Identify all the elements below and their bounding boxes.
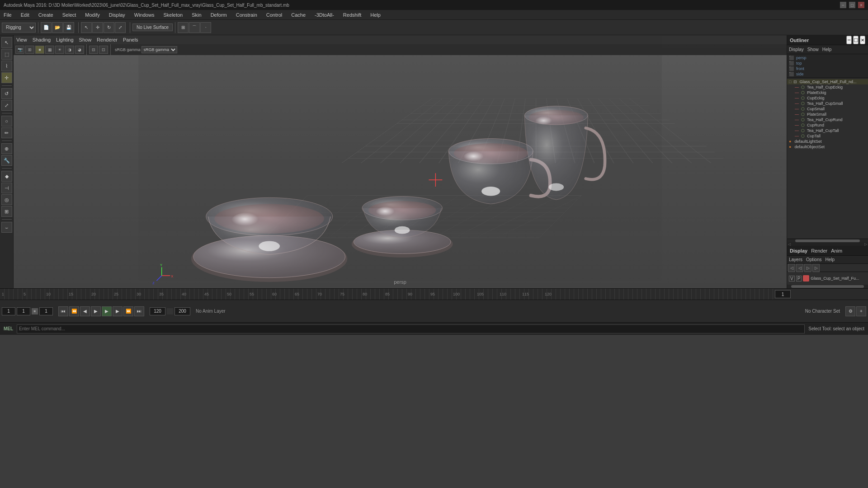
outliner-item-tea-half-cup-eckig[interactable]: — ⬡ Tea_Half_CupEckig bbox=[787, 84, 868, 90]
soft-mod-button[interactable]: ○ bbox=[1, 116, 12, 127]
go-start-button[interactable]: ⏮ bbox=[58, 306, 68, 316]
menu-display[interactable]: Display bbox=[107, 11, 127, 19]
menu-modify[interactable]: Modify bbox=[83, 11, 101, 19]
select-tool-button[interactable]: ↖ bbox=[81, 22, 92, 33]
mode-dropdown[interactable]: Rigging Animation Modeling bbox=[2, 23, 36, 33]
layer-next-button[interactable]: ▷ bbox=[804, 264, 811, 272]
paint-select-button[interactable]: ⬚ bbox=[1, 49, 12, 60]
layers-tab-display[interactable]: Display bbox=[790, 248, 807, 253]
cv-curve-button[interactable]: ⌣ bbox=[1, 222, 12, 233]
outliner-window-controls[interactable]: − □ × bbox=[846, 36, 865, 44]
outliner-item-tea-half-cup-small[interactable]: — ⬡ Tea_Half_CupSmall bbox=[787, 101, 868, 106]
outliner-scrollbar[interactable] bbox=[787, 239, 868, 242]
layer-next2-button[interactable]: ▷ bbox=[812, 264, 820, 272]
joint-button[interactable]: ◆ bbox=[1, 171, 12, 182]
layers-menu-layers[interactable]: Layers bbox=[789, 257, 802, 262]
outliner-item-glass-cup-set[interactable]: □ ⊟ Glass_Cup_Set_Half_Full_nd... bbox=[787, 79, 868, 84]
go-end-button[interactable]: ⏭ bbox=[134, 306, 144, 316]
range-end-input[interactable] bbox=[150, 307, 165, 315]
vp-camera-button[interactable]: 📷 bbox=[15, 46, 24, 54]
menu-help[interactable]: Help bbox=[368, 11, 382, 19]
step-back-button[interactable]: ⏪ bbox=[69, 306, 79, 316]
maximize-button[interactable]: □ bbox=[849, 2, 855, 8]
play-back-button[interactable]: ▶ bbox=[91, 306, 101, 316]
play-forward-button[interactable]: ▶ bbox=[102, 306, 112, 316]
move-button[interactable]: ✛ bbox=[1, 72, 12, 83]
close-button[interactable]: × bbox=[858, 2, 864, 8]
layers-menu-help[interactable]: Help bbox=[825, 257, 835, 262]
menu-edit[interactable]: Edit bbox=[19, 11, 31, 19]
select-mode-button[interactable]: ↖ bbox=[1, 37, 12, 48]
layer-prev2-button[interactable]: ◁ bbox=[796, 264, 803, 272]
outliner-item-tea-half-cup-tall[interactable]: — ⬡ Tea_Half_CupTall bbox=[787, 128, 868, 133]
new-scene-button[interactable]: 📄 bbox=[41, 22, 52, 33]
menu-cache[interactable]: Cache bbox=[289, 11, 307, 19]
menu-constrain[interactable]: Constrain bbox=[234, 11, 259, 19]
rotate-tool-button[interactable]: ↻ bbox=[104, 22, 114, 33]
current-frame-input[interactable] bbox=[775, 290, 791, 298]
total-frames-input[interactable] bbox=[175, 307, 190, 315]
vp-wireframe-button[interactable]: ⊞ bbox=[25, 46, 34, 54]
viewport-menu-panels[interactable]: Panels bbox=[123, 37, 138, 42]
menu-select[interactable]: Select bbox=[61, 11, 78, 19]
outliner-close-button[interactable]: × bbox=[860, 36, 865, 44]
viewport-menu-shading[interactable]: Shading bbox=[33, 37, 51, 42]
rig-button[interactable]: 🔧 bbox=[1, 155, 12, 166]
outliner-item-tea-half-cup-rund[interactable]: — ⬡ Tea_Half_CupRund bbox=[787, 117, 868, 122]
timeline-track[interactable]: 1 5 10 15 20 25 30 35 40 45 50 55 60 65 … bbox=[0, 289, 773, 300]
vp-gamma-dropdown[interactable]: sRGB gamma bbox=[142, 46, 177, 53]
viewport-panel[interactable]: X Y Z View Shading Lighting Show Rendere… bbox=[14, 35, 787, 288]
char-set-add-button[interactable]: + bbox=[856, 306, 866, 316]
outliner-item-side[interactable]: ⬛ side bbox=[787, 71, 868, 77]
layer-item[interactable]: V P Glass_Cup_Set_Half_Fu... bbox=[787, 272, 868, 285]
viewport-menu-view[interactable]: View bbox=[16, 37, 27, 42]
move-tool-button[interactable]: ✛ bbox=[92, 22, 103, 33]
menu-file[interactable]: File bbox=[2, 11, 14, 19]
outliner-resize-handle[interactable]: ◁ ▷ bbox=[787, 242, 868, 246]
range-start-input[interactable] bbox=[2, 307, 15, 315]
vp-hud-button[interactable]: ⊡ bbox=[99, 46, 108, 54]
vp-texture-button[interactable]: ▦ bbox=[45, 46, 54, 54]
menu-skin[interactable]: Skin bbox=[190, 11, 203, 19]
outliner-item-front[interactable]: ⬛ front bbox=[787, 66, 868, 71]
lasso-button[interactable]: ⌇ bbox=[1, 61, 12, 71]
scale-button[interactable]: ⤢ bbox=[1, 100, 12, 111]
layers-scrollbar-thumb[interactable] bbox=[791, 285, 864, 288]
layers-scrollbar[interactable] bbox=[787, 285, 868, 288]
open-button[interactable]: 📂 bbox=[52, 22, 63, 33]
vp-grid-button[interactable]: ⊟ bbox=[89, 46, 98, 54]
outliner-menu-display[interactable]: Display bbox=[789, 47, 804, 52]
vp-shadows-button[interactable]: ◑ bbox=[65, 46, 74, 54]
viewport-menu-renderer[interactable]: Renderer bbox=[97, 37, 118, 42]
mel-input-field[interactable] bbox=[17, 324, 805, 333]
menu-create[interactable]: Create bbox=[37, 11, 55, 19]
outliner-menu-show[interactable]: Show bbox=[807, 47, 819, 52]
vp-ao-button[interactable]: ◕ bbox=[75, 46, 84, 54]
menu-3dtoall[interactable]: -3DtoAll- bbox=[313, 11, 336, 19]
cluster-button[interactable]: ◎ bbox=[1, 194, 12, 205]
outliner-item-default-light-set[interactable]: ● defaultLightSet bbox=[787, 139, 868, 144]
outliner-scrollbar-thumb[interactable] bbox=[795, 239, 860, 242]
outliner-item-top[interactable]: ⬛ top bbox=[787, 61, 868, 66]
menu-control[interactable]: Control bbox=[264, 11, 284, 19]
timeline-bar[interactable]: 1 5 10 15 20 25 30 35 40 45 50 55 60 65 … bbox=[0, 288, 868, 300]
layers-tab-anim[interactable]: Anim bbox=[831, 248, 842, 253]
next-frame-button[interactable]: ▶ bbox=[113, 306, 123, 316]
menu-redshift[interactable]: Redshift bbox=[341, 11, 363, 19]
outliner-item-plate-eckig[interactable]: — ⬡ PlateEckig bbox=[787, 90, 868, 95]
sculpt-button[interactable]: ✏ bbox=[1, 127, 12, 138]
outliner-min-button[interactable]: − bbox=[846, 36, 852, 44]
snap-grid-button[interactable]: ⊞ bbox=[178, 22, 189, 33]
outliner-item-plate-small[interactable]: — ⬡ PlateSmall bbox=[787, 112, 868, 117]
layers-menu-options[interactable]: Options bbox=[806, 257, 821, 262]
rotate-button[interactable]: ↺ bbox=[1, 88, 12, 99]
outliner-item-default-object-set[interactable]: ● defaultObjectSet bbox=[787, 144, 868, 150]
outliner-item-persp[interactable]: ⬛ persp bbox=[787, 55, 868, 61]
scale-tool-button[interactable]: ⤢ bbox=[115, 22, 126, 33]
outliner-item-cup-tall[interactable]: — ⬡ CupTall bbox=[787, 133, 868, 139]
outliner-menu-help[interactable]: Help bbox=[822, 47, 832, 52]
layers-tab-render[interactable]: Render bbox=[811, 248, 827, 253]
layer-p-label[interactable]: P bbox=[796, 276, 802, 282]
prev-frame-button[interactable]: ◀ bbox=[80, 306, 90, 316]
layer-v-label[interactable]: V bbox=[789, 276, 795, 282]
